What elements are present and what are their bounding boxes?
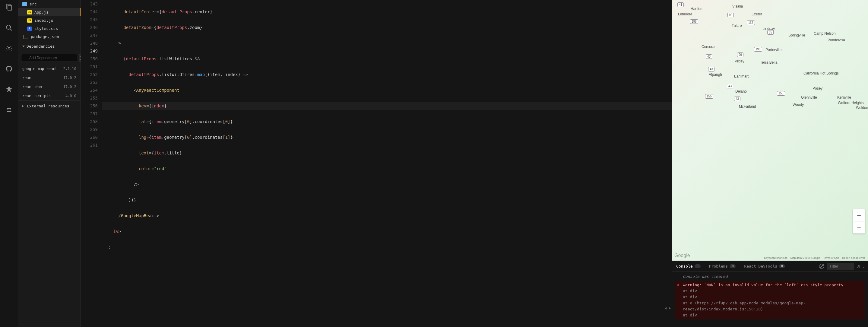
search-icon[interactable] — [5, 24, 13, 32]
file-label: index.js — [34, 18, 53, 23]
zoom-controls: + − — [853, 209, 865, 234]
js-icon: JS — [27, 10, 32, 14]
folder-label: src — [30, 2, 36, 6]
map-city-label: Tulare — [732, 24, 742, 28]
error-line: at div — [683, 289, 697, 293]
map-city-label: Ponderosa — [828, 38, 845, 42]
console-error: Warning: `NaN` is an invalid value for t… — [675, 281, 865, 320]
map-city-label: Wofford Heights — [838, 101, 864, 105]
map-area[interactable]: Google Keyboard shortcuts Map data ©2021… — [672, 0, 868, 261]
map-city-label: Springville — [788, 33, 805, 37]
chevron-down-icon[interactable]: ⌄ — [863, 264, 865, 268]
map-city-label: Exeter — [752, 12, 762, 16]
map-city-label: Lemoore — [678, 12, 692, 16]
svg-point-2 — [6, 25, 10, 29]
dep-version: 2.1.10 — [63, 67, 76, 71]
folder-icon — [22, 2, 27, 6]
map-city-label: Corcoran — [702, 44, 716, 49]
dep-name: react-scripts — [22, 94, 51, 98]
dep-name: react-dom — [22, 85, 42, 89]
console-body[interactable]: Console was cleared Warning: `NaN` is an… — [672, 272, 868, 327]
route-shield: 190 — [754, 47, 762, 52]
route-shield: 155 — [777, 91, 785, 96]
dep-name: google-map-react — [22, 67, 57, 71]
zoom-in-button[interactable]: + — [853, 209, 865, 221]
console-tabs: Console0 Problems0 React DevTools0 A ⌄ — [672, 261, 868, 272]
map-city-label: Hanford — [691, 7, 704, 11]
line-gutter: 2432442452462472482492502512522532542552… — [81, 0, 102, 327]
tab-console[interactable]: Console0 — [675, 264, 702, 268]
zoom-out-button[interactable]: − — [853, 221, 865, 234]
chevron-right-icon — [22, 105, 25, 108]
json-icon — [24, 35, 28, 39]
chevron-down-icon — [22, 46, 25, 47]
folder-src[interactable]: src — [18, 0, 81, 8]
deploy-icon[interactable] — [5, 85, 13, 93]
svg-point-5 — [7, 108, 9, 110]
map-footer-link[interactable]: Terms of Use — [823, 257, 839, 260]
route-shield: 43 — [708, 67, 714, 71]
route-shield: 43 — [727, 84, 733, 88]
dep-name: react — [22, 76, 33, 80]
tab-problems[interactable]: Problems0 — [708, 264, 737, 268]
console-panel: Console0 Problems0 React DevTools0 A ⌄ C… — [672, 261, 868, 327]
console-filter-input[interactable] — [827, 263, 854, 270]
preview-pane: Google Keyboard shortcuts Map data ©2021… — [672, 0, 868, 327]
map-city-label: Woody — [793, 102, 804, 107]
map-city-label: Kernville — [837, 95, 851, 99]
file-label: App.js — [34, 10, 49, 14]
files-icon[interactable] — [5, 3, 13, 11]
github-icon[interactable] — [5, 64, 13, 73]
svg-point-6 — [9, 108, 11, 110]
error-line: at div — [683, 295, 697, 299]
map-city-label: Glennville — [801, 95, 817, 99]
dep-row[interactable]: react-dom17.0.2 — [18, 82, 81, 91]
code-editor[interactable]: 2432442452462472482492502512522532542552… — [81, 0, 672, 327]
google-logo: Google — [674, 253, 690, 258]
tab-label: React DevTools — [744, 264, 777, 268]
error-line: at o (https://rf9p2.csb.app/node_modules… — [683, 301, 806, 311]
tab-badge: 0 — [730, 264, 736, 268]
live-icon[interactable] — [5, 106, 13, 114]
dep-row[interactable]: react-scripts4.0.0 — [18, 91, 81, 100]
map-city-label: California Hot Springs — [803, 71, 839, 76]
deps-header-label: Dependencies — [27, 44, 55, 49]
map-city-label: McFarland — [739, 105, 756, 109]
map-city-label: Porterville — [766, 48, 781, 52]
file-index-js[interactable]: JS index.js — [18, 16, 81, 24]
tab-react-devtools[interactable]: React DevTools0 — [743, 264, 786, 268]
js-icon: JS — [27, 19, 32, 23]
file-styles-css[interactable]: # styles.css — [18, 24, 81, 33]
file-package-json[interactable]: package.json — [18, 33, 81, 41]
file-app-js[interactable]: JS App.js — [18, 8, 81, 16]
console-message: Console was cleared — [675, 274, 865, 280]
route-shield: 99 — [727, 13, 734, 17]
tab-label: Console — [676, 264, 693, 268]
panel-resize-handle[interactable] — [665, 307, 671, 312]
code-area[interactable]: defaultCenter={defaultProps.center} defa… — [102, 0, 672, 327]
dep-row[interactable]: google-map-react2.1.10 — [18, 64, 81, 73]
deps-header[interactable]: Dependencies — [18, 41, 81, 52]
error-line: at div — [683, 313, 697, 317]
dep-row[interactable]: react17.0.2 — [18, 73, 81, 82]
tab-badge: 0 — [694, 264, 701, 268]
map-footer-link[interactable]: Keyboard shortcuts — [764, 257, 787, 260]
map-city-label: Pixley — [735, 59, 744, 63]
console-level-toggle[interactable]: A — [857, 264, 860, 268]
error-line: Warning: `NaN` is an invalid value for t… — [683, 283, 846, 287]
clear-console-icon[interactable] — [819, 264, 824, 269]
tab-label: Problems — [709, 264, 728, 268]
external-header-label: External resources — [27, 104, 69, 108]
file-label: styles.css — [34, 26, 58, 31]
external-header[interactable]: External resources — [18, 100, 81, 111]
svg-rect-1 — [8, 5, 11, 10]
tab-badge: 0 — [779, 264, 785, 268]
route-shield: 65 — [767, 30, 774, 35]
route-shield: 198 — [690, 19, 698, 24]
route-shield: 41 — [677, 2, 684, 7]
map-city-label: Weldon — [856, 106, 868, 110]
map-city-label: Delano — [735, 89, 747, 93]
dep-search-input[interactable] — [21, 54, 77, 62]
settings-icon[interactable] — [5, 44, 13, 53]
map-footer-link[interactable]: Report a map error — [842, 257, 865, 260]
